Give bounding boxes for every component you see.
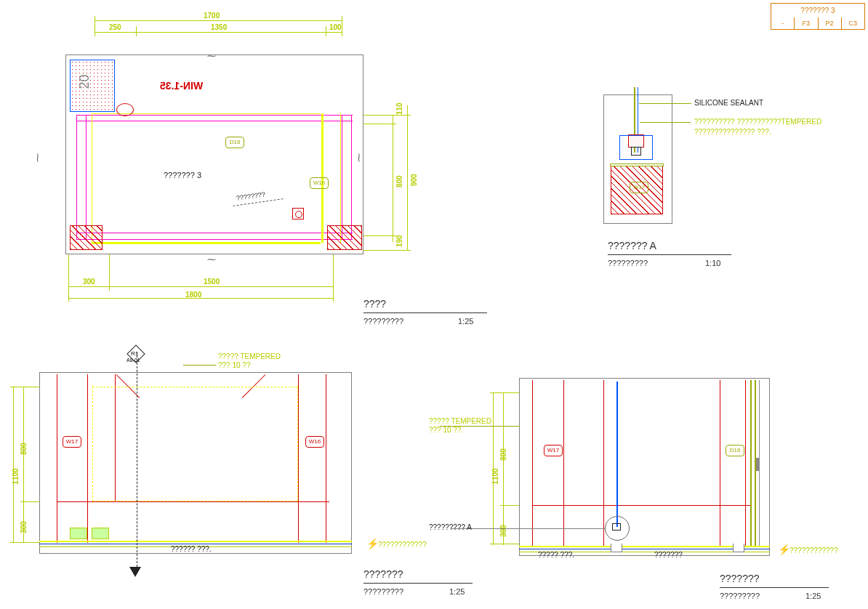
detail-note-tempered: ?????????? ???????????TEMPERED bbox=[694, 118, 821, 126]
dim-tick bbox=[68, 254, 69, 302]
dim-right-total: 900 bbox=[410, 174, 418, 186]
elev2-bottom-right-label: ???????????? bbox=[789, 547, 838, 554]
title-block-cell: - bbox=[771, 17, 794, 29]
dim-top-total: 1700 bbox=[204, 12, 220, 20]
detail-dotted-fill bbox=[619, 135, 653, 160]
detail-subtitle: ????????? bbox=[608, 259, 648, 267]
dim-top-right: 100 bbox=[329, 23, 342, 31]
dim-tick bbox=[20, 501, 39, 502]
plan-line bbox=[76, 239, 353, 240]
elev2-title: ??????? bbox=[720, 573, 760, 584]
elev2-detail-ref: ????????? A bbox=[429, 523, 472, 531]
elev-red-line bbox=[87, 374, 88, 543]
title-block-cell: C3 bbox=[841, 17, 864, 29]
plan-view: 1700 250 1350 100 WIN-1.35 20 ??????? 3 … bbox=[22, 7, 429, 320]
dim-tick bbox=[333, 254, 334, 302]
elev-red-line bbox=[298, 374, 299, 543]
dim-tick bbox=[95, 16, 95, 36]
elev-red-line bbox=[720, 380, 720, 546]
section-ref-sheet: A8-01 bbox=[126, 358, 140, 363]
elev-red-line bbox=[57, 501, 329, 502]
leader-line bbox=[639, 103, 691, 104]
plan-title-rule bbox=[363, 312, 487, 313]
detail-channel-small bbox=[612, 523, 621, 531]
dim-tick bbox=[490, 544, 519, 544]
elev1-scale: 1:25 bbox=[449, 587, 465, 596]
dim-tick bbox=[363, 124, 396, 124]
skirting-block bbox=[70, 528, 87, 539]
tag-hexagon: W17 bbox=[630, 182, 648, 193]
dim-bottom-sub1: 300 bbox=[83, 278, 95, 286]
dim-tick bbox=[10, 387, 39, 387]
tag-hexagon: W17 bbox=[63, 436, 81, 448]
leader-line bbox=[640, 122, 691, 123]
dim-top-left: 250 bbox=[109, 23, 121, 31]
elev1-note-tempered2: ??? 10 ?? bbox=[218, 361, 251, 369]
elev-red-line bbox=[326, 374, 326, 543]
dim-line-left2 bbox=[503, 392, 504, 545]
elev-red-line bbox=[603, 380, 604, 546]
floor-notch bbox=[611, 544, 622, 552]
elev2-bottom-label1: ????? ???. bbox=[538, 551, 574, 559]
elev1-bottom-right-label: ???????????? bbox=[378, 541, 427, 549]
floor-notch bbox=[733, 544, 744, 552]
dim-right-small: 110 bbox=[395, 102, 403, 115]
dim-line-right bbox=[393, 115, 393, 242]
elev2-scale: 1:25 bbox=[805, 592, 821, 600]
dim-bottom-total: 1800 bbox=[185, 291, 201, 299]
plan-line bbox=[340, 113, 341, 243]
door-line bbox=[759, 380, 760, 546]
floor-line-yel bbox=[39, 541, 352, 542]
dim-line-left2 bbox=[23, 387, 24, 543]
dim-tick bbox=[10, 542, 39, 543]
elev1-note-tempered: ????? TEMPERED bbox=[218, 352, 281, 360]
elev2-outline bbox=[519, 378, 770, 556]
dim-left-mid: 800 bbox=[499, 448, 507, 461]
section-arrow-icon bbox=[129, 567, 141, 577]
tag-hexagon: W16 bbox=[305, 436, 324, 448]
plan-room-number: 20 bbox=[77, 74, 92, 89]
plan-line bbox=[351, 115, 352, 240]
elevation-2: 1100 800 300 ????? TEMPERED ??? 10 ??. ?… bbox=[487, 378, 865, 609]
plan-hatch-bl bbox=[70, 225, 103, 250]
plan-hatch-br bbox=[327, 225, 362, 250]
elev2-note-tempered2: ??? 10 ??. bbox=[429, 426, 463, 434]
elev1-subtitle: ????????? bbox=[363, 587, 403, 596]
elev-red-line bbox=[563, 380, 564, 546]
dim-tick bbox=[326, 26, 326, 36]
tag-hexagon: D18 bbox=[225, 137, 244, 148]
dim-tick bbox=[490, 392, 519, 393]
plan-line bbox=[92, 242, 321, 244]
dim-line-left bbox=[13, 387, 14, 543]
elev-red-line bbox=[532, 380, 533, 546]
dim-left-total: 1100 bbox=[12, 468, 20, 484]
plan-scale: 1:25 bbox=[458, 317, 473, 326]
plan-line bbox=[342, 115, 342, 240]
detail-a: W17 SILICONE SEALANT ?????????? ????????… bbox=[603, 94, 836, 298]
tag-hexagon: D18 bbox=[726, 445, 744, 456]
dim-left-bottom: 300 bbox=[20, 521, 28, 533]
elev1-tile-surface bbox=[96, 398, 294, 496]
title-block-cell: F3 bbox=[794, 17, 817, 29]
dim-tick bbox=[109, 254, 110, 291]
detail-scale: 1:10 bbox=[705, 259, 720, 267]
floor-line-blue bbox=[39, 544, 352, 544]
dim-right-bottom: 190 bbox=[395, 235, 403, 247]
dim-left-total: 1100 bbox=[491, 468, 499, 484]
lightning-icon: ⚡ bbox=[366, 538, 379, 549]
plan-line bbox=[76, 233, 353, 233]
elev2-note-tempered: ????? TEMPERED bbox=[429, 417, 491, 425]
title-block: ??????? 3 - F3 P2 C3 bbox=[771, 3, 865, 30]
dim-line-right2 bbox=[407, 105, 408, 251]
elev-red-line bbox=[532, 505, 750, 506]
plan-line bbox=[76, 115, 353, 116]
plan-title: ???? bbox=[363, 298, 386, 310]
elev-red-line bbox=[745, 380, 746, 546]
section-cut-line bbox=[137, 352, 137, 567]
dim-tick bbox=[363, 115, 411, 116]
detail-cap bbox=[610, 164, 664, 166]
dim-left-bottom: 300 bbox=[499, 525, 507, 537]
door-leaf-line bbox=[750, 380, 752, 546]
dim-line-top-sub bbox=[95, 32, 342, 33]
dim-right-mid: 800 bbox=[395, 175, 403, 187]
